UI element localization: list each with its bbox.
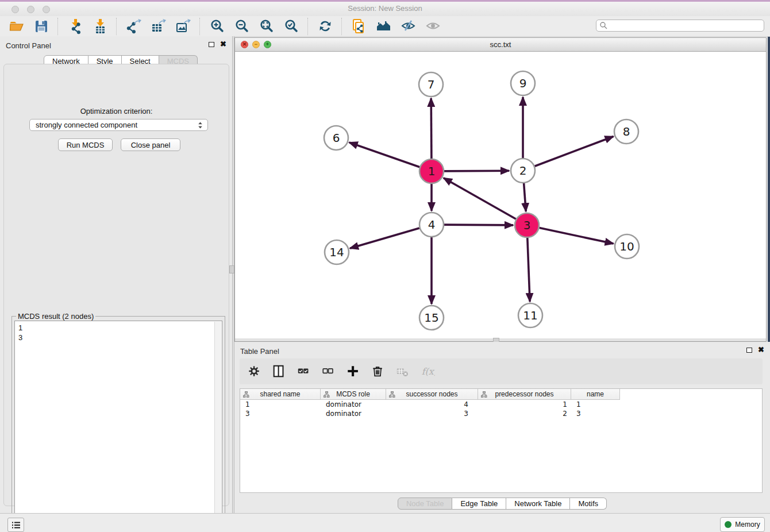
node-15[interactable]: 15 — [419, 306, 444, 330]
zoom-selected-icon[interactable] — [283, 18, 299, 34]
open-session-icon[interactable] — [8, 18, 25, 34]
delete-columns-icon[interactable] — [370, 364, 386, 380]
close-panel-button[interactable]: Close panel — [121, 138, 180, 151]
export-image-icon[interactable] — [175, 18, 191, 34]
zoom-fit-icon[interactable] — [258, 18, 275, 34]
close-table-panel-icon[interactable]: ✖ — [758, 347, 764, 353]
float-table-panel-icon[interactable] — [746, 348, 752, 353]
edge-3-1[interactable] — [444, 178, 516, 219]
export-table-icon[interactable] — [150, 18, 167, 34]
network-window-title: scc.txt — [235, 40, 766, 49]
import-network-icon[interactable] — [67, 18, 83, 34]
svg-text:10: 10 — [619, 240, 634, 253]
tab-edge-table[interactable]: Edge Table — [452, 498, 506, 510]
search-input[interactable] — [608, 21, 764, 31]
status-bar: Memory — [0, 513, 770, 532]
node-7[interactable]: 7 — [419, 72, 443, 97]
select-all-checkboxes-icon[interactable] — [296, 364, 312, 380]
search-icon — [599, 21, 608, 30]
node-table[interactable]: shared nameMCDS rolesuccessor nodesprede… — [240, 388, 763, 493]
node-8[interactable]: 8 — [614, 119, 638, 144]
table-cell[interactable]: 3 — [240, 409, 321, 418]
svg-text:f(x): f(x) — [422, 365, 435, 376]
table-toolbar: f(x) — [240, 358, 763, 384]
float-panel-icon[interactable] — [209, 42, 214, 47]
node-4[interactable]: 4 — [419, 213, 444, 237]
zoom-in-icon[interactable] — [209, 18, 225, 34]
dropdown-stepper-icon — [198, 121, 203, 129]
settings-gear-icon[interactable] — [247, 364, 263, 380]
import-table-icon[interactable] — [91, 18, 108, 34]
table-panel: Table Panel ✖ f(x) shared nameMCDS roles… — [234, 342, 770, 513]
vertical-splitter-handle[interactable] — [229, 265, 234, 273]
hide-selected-icon[interactable] — [400, 18, 417, 34]
table-row[interactable]: 1dominator411 — [240, 400, 620, 409]
node-10[interactable]: 10 — [615, 234, 639, 259]
node-14[interactable]: 14 — [325, 240, 349, 264]
search-box[interactable] — [596, 20, 764, 32]
node-9[interactable]: 9 — [511, 71, 535, 95]
table-cell[interactable]: 1 — [478, 400, 571, 409]
mcds-result-textarea[interactable]: 13 — [14, 321, 222, 527]
network-window-footer — [235, 338, 766, 341]
tab-node-table[interactable]: Node Table — [398, 498, 453, 510]
table-cell[interactable]: 1 — [571, 400, 620, 409]
tab-network-table[interactable]: Network Table — [506, 498, 570, 510]
table-panel-title: Table Panel — [240, 347, 279, 356]
export-network-icon[interactable] — [125, 18, 142, 34]
edge-1-7[interactable] — [431, 98, 432, 159]
svg-text:9: 9 — [519, 76, 527, 90]
svg-text:8: 8 — [623, 125, 630, 138]
edge-4-14[interactable] — [350, 228, 419, 248]
column-header-predecessor-nodes[interactable]: predecessor nodes — [478, 389, 571, 400]
table-row[interactable]: 3dominator323 — [240, 409, 620, 418]
table-cell[interactable]: 4 — [386, 400, 478, 409]
edge-1-2[interactable] — [444, 171, 509, 171]
memory-button[interactable]: Memory — [720, 517, 765, 532]
clone-network-icon[interactable] — [351, 18, 367, 34]
mcds-result-scrollbar[interactable] — [214, 322, 221, 526]
criterion-value: strongly connected component — [30, 121, 198, 129]
table-cell[interactable]: 3 — [386, 409, 478, 418]
first-neighbors-icon[interactable] — [375, 18, 392, 34]
mcds-result-line: 3 — [18, 333, 222, 342]
run-mcds-button[interactable]: Run MCDS — [58, 138, 113, 151]
svg-text:2: 2 — [519, 164, 527, 178]
node-2[interactable]: 2 — [511, 159, 535, 183]
close-panel-icon[interactable]: ✖ — [220, 41, 226, 47]
network-graph-canvas[interactable]: 7968124314101511 — [235, 52, 766, 338]
edge-2-8[interactable] — [535, 137, 614, 167]
edge-3-11[interactable] — [528, 238, 530, 302]
status-options-button[interactable] — [7, 518, 24, 532]
network-window-titlebar[interactable]: ✕ − + scc.txt — [235, 38, 766, 52]
node-1[interactable]: 1 — [419, 159, 444, 183]
column-visibility-icon[interactable] — [271, 364, 287, 380]
column-header-shared-name[interactable]: shared name — [240, 389, 321, 400]
node-6[interactable]: 6 — [324, 126, 348, 150]
edge-3-10[interactable] — [540, 228, 614, 244]
table-cell[interactable]: 2 — [478, 409, 571, 418]
svg-text:6: 6 — [333, 131, 340, 145]
edge-1-6[interactable] — [349, 142, 420, 167]
table-cell[interactable]: dominator — [321, 400, 386, 409]
table-cell[interactable]: 1 — [240, 400, 321, 409]
edge-4-3[interactable] — [444, 225, 513, 225]
svg-text:15: 15 — [424, 311, 438, 325]
tab-motifs[interactable]: Motifs — [570, 498, 607, 510]
criterion-dropdown[interactable]: strongly connected component — [29, 119, 208, 131]
node-11[interactable]: 11 — [518, 303, 542, 327]
column-header-successor-nodes[interactable]: successor nodes — [386, 389, 478, 400]
save-session-icon[interactable] — [33, 18, 49, 34]
table-cell[interactable]: 3 — [571, 409, 620, 418]
refresh-icon[interactable] — [317, 18, 333, 34]
edge-2-3[interactable] — [524, 183, 526, 211]
optimization-criterion-label: Optimization criterion: — [4, 107, 229, 115]
column-header-MCDS-role[interactable]: MCDS role — [321, 389, 386, 400]
node-3[interactable]: 3 — [515, 213, 539, 237]
table-cell[interactable]: dominator — [321, 409, 386, 418]
unselect-all-checkboxes-icon[interactable] — [321, 364, 337, 380]
column-header-name[interactable]: name — [571, 389, 620, 400]
zoom-out-icon[interactable] — [233, 18, 250, 34]
memory-status-dot — [725, 521, 732, 528]
create-column-icon[interactable] — [345, 364, 361, 380]
